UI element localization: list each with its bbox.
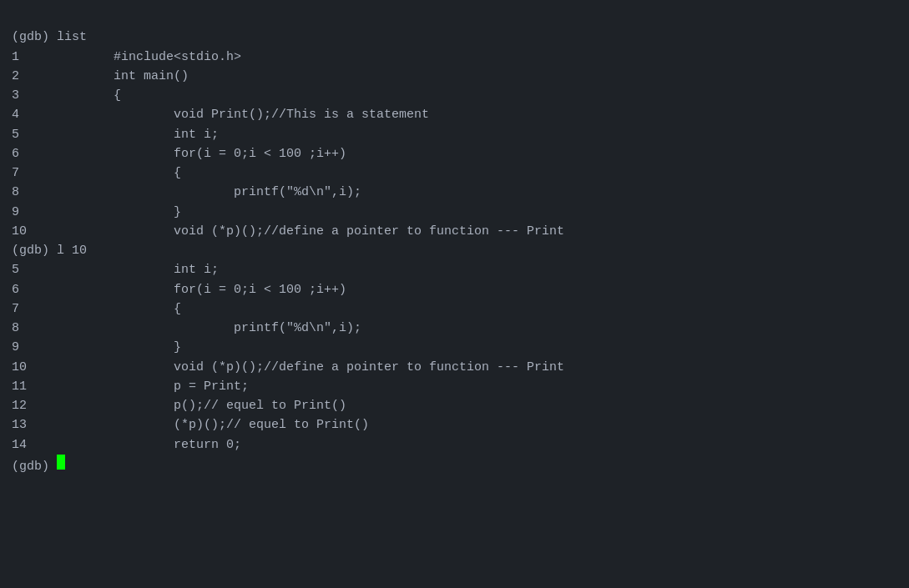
terminal-line: 3 { (12, 86, 897, 105)
line-code: printf("%d\n",i); (53, 319, 361, 338)
line-code: for(i = 0;i < 100 ;i++) (53, 144, 346, 163)
line-number: 6 (12, 280, 53, 299)
terminal-line: 7 { (12, 299, 897, 319)
terminal-line: 5 int i; (12, 260, 897, 279)
terminal-line: 5 int i; (12, 125, 897, 144)
line-number: 10 (12, 222, 53, 241)
line-number: 8 (12, 319, 53, 338)
terminal-line: 8 printf("%d\n",i); (12, 183, 897, 202)
line-number: 5 (12, 260, 53, 279)
terminal-line: 14 return 0; (12, 435, 897, 455)
line-code: } (53, 338, 181, 357)
line-number: 12 (12, 396, 53, 415)
terminal-line: 6 for(i = 0;i < 100 ;i++) (12, 280, 897, 299)
line-code: return 0; (53, 435, 241, 455)
line-code: void (*p)();//define a pointer to functi… (53, 358, 564, 377)
line-code: (*p)();// equel to Print() (53, 415, 369, 435)
line-code: { (53, 163, 181, 183)
line-number: 5 (12, 125, 53, 144)
line-code: printf("%d\n",i); (53, 183, 361, 202)
terminal-line: 11 p = Print; (12, 377, 897, 396)
line-code: p();// equel to Print() (53, 396, 346, 415)
line-number: 9 (12, 338, 53, 357)
line-number: 3 (12, 86, 53, 105)
terminal-line: 10 void (*p)();//define a pointer to fun… (12, 358, 897, 377)
terminal-line: 6 for(i = 0;i < 100 ;i++) (12, 144, 897, 163)
line-code: } (53, 203, 181, 222)
line-code: for(i = 0;i < 100 ;i++) (53, 280, 346, 299)
terminal-line: 7 { (12, 163, 897, 183)
terminal-line: 12 p();// equel to Print() (12, 396, 897, 415)
line-number: 6 (12, 144, 53, 163)
line-code: { (53, 299, 181, 319)
terminal-line: 10 void (*p)();//define a pointer to fun… (12, 222, 897, 241)
line-number: 2 (12, 67, 53, 86)
line-code: int i; (53, 125, 219, 144)
gdb-prompt: (gdb) l 10 (12, 241, 87, 260)
terminal-line: (gdb) l 10 (12, 241, 897, 260)
line-code: #include<stdio.h> (53, 48, 241, 67)
line-number: 11 (12, 377, 53, 396)
line-number: 13 (12, 415, 53, 435)
line-code: void Print();//This is a statement (53, 105, 429, 124)
terminal-line: (gdb) (12, 455, 897, 476)
line-code: int i; (53, 260, 219, 279)
line-number: 7 (12, 299, 53, 319)
terminal-line: 13 (*p)();// equel to Print() (12, 415, 897, 435)
line-number: 14 (12, 435, 53, 455)
terminal-line: 9 } (12, 203, 897, 222)
terminal-line: 8 printf("%d\n",i); (12, 319, 897, 338)
terminal-line: 9 } (12, 338, 897, 357)
terminal-line: 1 #include<stdio.h> (12, 48, 897, 67)
line-code: p = Print; (53, 377, 249, 396)
terminal-cursor (57, 455, 65, 470)
line-number: 10 (12, 358, 53, 377)
line-number: 9 (12, 203, 53, 222)
line-code: int main() (53, 67, 189, 86)
terminal-line: 2 int main() (12, 67, 897, 86)
line-code: void (*p)();//define a pointer to functi… (53, 222, 564, 241)
line-number: 7 (12, 163, 53, 183)
line-number: 1 (12, 48, 53, 67)
terminal-line: 4 void Print();//This is a statement (12, 105, 897, 124)
line-code: { (53, 86, 121, 105)
gdb-prompt: (gdb) (12, 457, 57, 476)
terminal: (gdb) list1 #include<stdio.h>2 int main(… (0, 0, 909, 588)
line-number: 4 (12, 105, 53, 124)
line-number: 8 (12, 183, 53, 202)
terminal-line: (gdb) list (12, 28, 897, 47)
gdb-prompt: (gdb) list (12, 28, 87, 47)
